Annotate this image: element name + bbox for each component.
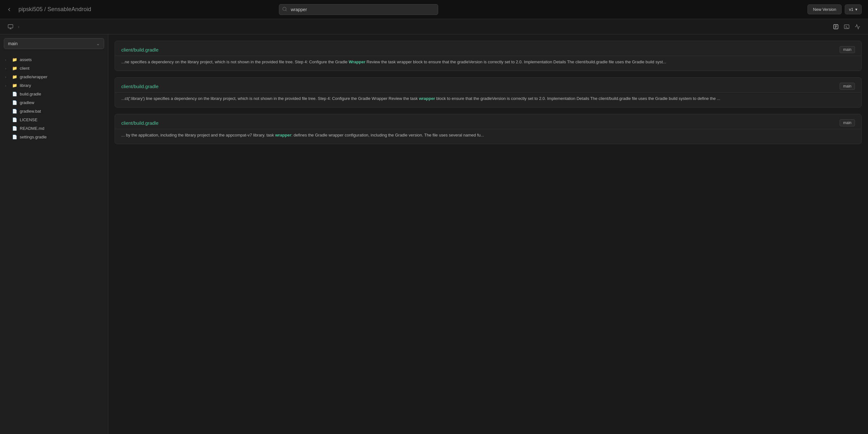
- app-header: pipski505 / SensableAndroid New Version …: [0, 0, 868, 19]
- result-branch-badge-3: main: [840, 119, 855, 126]
- repo-name[interactable]: SensableAndroid: [48, 6, 91, 12]
- tree-item-license[interactable]: › 📄 LICENSE: [0, 115, 108, 124]
- breadcrumb-chevron: ›: [18, 24, 20, 29]
- branch-selector[interactable]: main ⌄: [4, 38, 104, 49]
- chart-view-button[interactable]: [854, 23, 862, 31]
- version-chevron: ▾: [855, 7, 858, 12]
- monitor-icon-button[interactable]: [6, 23, 14, 31]
- result-filename-2[interactable]: client/build.gradle: [121, 84, 159, 89]
- branch-arrow-icon: ⌄: [96, 41, 100, 46]
- result-header-3: client/build.gradle main: [115, 114, 861, 129]
- file-tree: › 📁 assets › 📁 client › 📁 gradle/wrapper…: [0, 53, 108, 144]
- repo-title: pipski505 / SensableAndroid: [19, 6, 91, 13]
- version-selector[interactable]: v1 ▾: [845, 4, 862, 14]
- back-button[interactable]: [6, 7, 12, 12]
- tree-item-assets[interactable]: › 📁 assets: [0, 55, 108, 64]
- search-icon: [282, 6, 287, 12]
- tree-item-build-gradle[interactable]: › 📄 build.gradle: [0, 90, 108, 98]
- tree-label-settings-gradle: settings.gradle: [20, 135, 47, 139]
- tree-label-readme: README.md: [20, 126, 44, 131]
- tree-label-gradlew: gradlew: [20, 100, 34, 105]
- main-layout: main ⌄ › 📁 assets › 📁 client › 📁 gradle/…: [0, 34, 868, 434]
- search-bar: [279, 4, 438, 15]
- result-branch-badge-1: main: [840, 46, 855, 53]
- folder-icon-assets: 📁: [12, 57, 17, 62]
- header-actions: New Version v1 ▾: [807, 4, 862, 14]
- version-label: v1: [849, 7, 854, 12]
- result-header-1: client/build.gradle main: [115, 41, 861, 56]
- tree-label-client: client: [20, 66, 29, 71]
- tree-item-library[interactable]: › 📁 library: [0, 81, 108, 90]
- tree-item-readme[interactable]: › 📄 README.md: [0, 124, 108, 133]
- file-icon-gradlew-bat: 📄: [12, 109, 17, 113]
- folder-chevron-assets: ›: [5, 58, 9, 62]
- result-card-2: client/build.gradle main ...ct(':library…: [115, 77, 862, 107]
- tree-label-gradle-wrapper: gradle/wrapper: [20, 74, 48, 79]
- tree-item-gradlew[interactable]: › 📄 gradlew: [0, 98, 108, 107]
- search-input[interactable]: [279, 4, 438, 15]
- new-version-button[interactable]: New Version: [807, 4, 842, 14]
- svg-point-0: [283, 7, 286, 10]
- result-body-3: ... by the application, including the li…: [115, 129, 861, 144]
- result-filename-1[interactable]: client/build.gradle: [121, 47, 159, 53]
- file-icon-build-gradle: 📄: [12, 92, 17, 96]
- terminal-view-button[interactable]: [842, 23, 851, 31]
- file-view-button[interactable]: [832, 23, 840, 31]
- tree-item-client[interactable]: › 📁 client: [0, 64, 108, 72]
- tree-item-gradlew-bat[interactable]: › 📄 gradlew.bat: [0, 107, 108, 115]
- sidebar: main ⌄ › 📁 assets › 📁 client › 📁 gradle/…: [0, 34, 108, 434]
- result-highlight-3: wrapper: [275, 133, 291, 137]
- result-header-2: client/build.gradle main: [115, 78, 861, 92]
- folder-chevron-library: ›: [5, 84, 9, 88]
- repo-owner[interactable]: pipski505: [19, 6, 43, 12]
- svg-line-1: [286, 10, 286, 11]
- result-body-2: ...ct(':library') line specifies a depen…: [115, 93, 861, 107]
- tree-label-library: library: [20, 83, 31, 88]
- tree-label-build-gradle: build.gradle: [20, 92, 41, 96]
- file-icon-settings-gradle: 📄: [12, 135, 17, 139]
- result-card-1: client/build.gradle main ...ne specifies…: [115, 41, 862, 71]
- folder-icon-client: 📁: [12, 66, 17, 71]
- toolbar: ›: [0, 19, 868, 34]
- search-results: client/build.gradle main ...ne specifies…: [108, 34, 868, 434]
- tree-item-gradle-wrapper[interactable]: › 📁 gradle/wrapper: [0, 72, 108, 81]
- branch-name: main: [8, 41, 18, 46]
- tree-label-license: LICENSE: [20, 118, 38, 122]
- folder-chevron-gradle-wrapper: ›: [5, 75, 9, 79]
- tree-label-gradlew-bat: gradlew.bat: [20, 109, 41, 113]
- result-body-1: ...ne specifies a dependency on the libr…: [115, 56, 861, 71]
- file-icon-license: 📄: [12, 118, 17, 122]
- folder-icon-gradle-wrapper: 📁: [12, 74, 17, 79]
- file-icon-gradlew: 📄: [12, 100, 17, 105]
- svg-rect-2: [8, 25, 13, 28]
- result-highlight-2: wrapper: [419, 96, 435, 101]
- tree-label-assets: assets: [20, 57, 32, 62]
- folder-chevron-client: ›: [5, 67, 9, 70]
- tree-item-settings-gradle[interactable]: › 📄 settings.gradle: [0, 133, 108, 141]
- file-icon-readme: 📄: [12, 126, 17, 131]
- result-highlight-1: Wrapper: [349, 60, 366, 64]
- folder-icon-library: 📁: [12, 83, 17, 88]
- result-filename-3[interactable]: client/build.gradle: [121, 120, 159, 126]
- result-branch-badge-2: main: [840, 83, 855, 90]
- result-card-3: client/build.gradle main ... by the appl…: [115, 114, 862, 144]
